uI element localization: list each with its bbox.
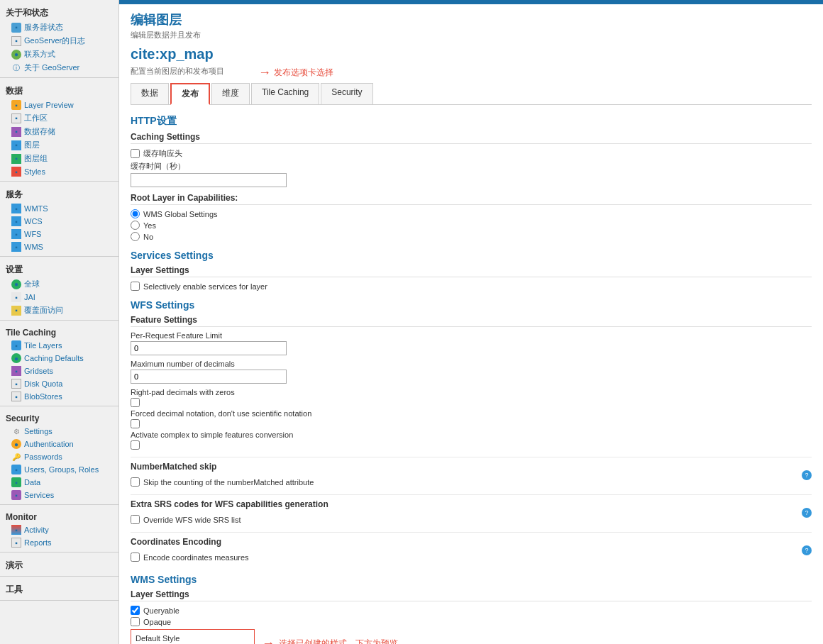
number-matched-checkbox[interactable] (131, 477, 140, 487)
layer-settings-title-services: Layer Settings (131, 265, 812, 277)
divider-4 (0, 320, 118, 321)
opaque-checkbox[interactable] (131, 617, 140, 626)
sidebar-item-coverage[interactable]: ▪ 覆盖面访问 (0, 304, 118, 317)
sidebar-label-layers: 图层 (24, 140, 40, 150)
sidebar-item-globe[interactable]: ● 全球 (0, 277, 118, 291)
root-layer-wms-global-radio[interactable] (131, 209, 140, 218)
forced-decimal-checkbox[interactable] (131, 419, 140, 428)
number-matched-help-icon[interactable]: ? (802, 470, 812, 480)
root-layer-no-radio[interactable] (131, 232, 140, 241)
sidebar-item-wcs[interactable]: ▪ WCS (0, 215, 118, 228)
sidebar-item-contact[interactable]: ● 联系方式 (0, 48, 118, 61)
sidebar-item-blobstores[interactable]: ▪ BlobStores (0, 390, 118, 403)
sidebar-item-layergroups[interactable]: ▪ 图层组 (0, 152, 118, 165)
extra-srs-checkbox[interactable] (131, 515, 140, 524)
sidebar-label-globe: 全球 (24, 279, 40, 289)
tab-dimensions[interactable]: 维度 (211, 83, 250, 104)
sidebar-label-wms: WMS (24, 243, 43, 251)
sidebar-item-jai[interactable]: ▪ JAI (0, 291, 118, 304)
tab-tile-caching[interactable]: Tile Caching (251, 83, 319, 104)
users-groups-roles-icon: ▪ (11, 465, 21, 474)
max-decimals-input[interactable] (131, 370, 287, 384)
sidebar-item-wfs[interactable]: ▪ WFS (0, 228, 118, 240)
sidebar-label-server-status: 服务器状态 (24, 22, 63, 33)
sidebar-label-users-groups-roles: Users, Groups, Roles (24, 465, 99, 474)
extra-srs-row: Override WFS wide SRS list (131, 515, 328, 524)
complex-checkbox[interactable] (131, 440, 140, 450)
coordinates-encoding-checkbox[interactable] (131, 553, 140, 562)
max-decimals-label: Maximum number of decimals (131, 360, 812, 368)
sidebar-label-security-settings: Settings (24, 427, 53, 435)
sidebar-label-caching-defaults: Caching Defaults (24, 354, 84, 362)
sidebar: 关于和状态 ▪ 服务器状态 ▪ GeoServer的日志 ● 联系方式 ⓘ 关于… (0, 0, 119, 644)
caching-defaults-icon: ● (11, 353, 21, 363)
sidebar-item-layer-preview[interactable]: ▪ Layer Preview (0, 99, 118, 111)
sidebar-item-tile-layers[interactable]: ▪ Tile Layers (0, 339, 118, 352)
sidebar-label-disk-quota: Disk Quota (24, 379, 62, 388)
sidebar-item-reports[interactable]: ▪ Reports (0, 536, 118, 549)
layer-desc: 配置当前图层的和发布项目 (131, 66, 224, 77)
selectively-enable-row: Selectively enable services for layer (131, 282, 812, 291)
sidebar-item-users-groups-roles[interactable]: ▪ Users, Groups, Roles (0, 463, 118, 476)
sidebar-section-tools: 工具 (0, 579, 118, 597)
wfs-icon: ▪ (11, 229, 21, 239)
cache-headers-checkbox[interactable] (131, 149, 140, 158)
coordinates-encoding-title: Coordinates Encoding (131, 537, 249, 548)
divider-9 (0, 600, 118, 601)
tab-security[interactable]: Security (321, 83, 372, 104)
root-layer-yes-radio[interactable] (131, 221, 140, 230)
sidebar-item-log[interactable]: ▪ GeoServer的日志 (0, 34, 118, 48)
tab-data[interactable]: 数据 (131, 83, 169, 104)
sidebar-item-authentication[interactable]: ● Authentication (0, 438, 118, 450)
sidebar-item-security-settings[interactable]: ⚙ Settings (0, 425, 118, 438)
sidebar-item-wmts[interactable]: ▪ WMTS (0, 202, 118, 215)
sidebar-label-reports: Reports (24, 538, 52, 547)
annotation-style-label: 选择已创建的样式，下方为预览 (279, 638, 398, 644)
forced-decimal-row (131, 419, 812, 428)
default-style-box: Default Style green Additional Styles (131, 629, 255, 644)
layergroups-icon: ▪ (11, 154, 21, 164)
sidebar-item-wms[interactable]: ▪ WMS (0, 240, 118, 253)
complex-label: Activate complex to simple features conv… (131, 431, 812, 439)
sidebar-item-activity[interactable]: ▪ Activity (0, 523, 118, 536)
contact-icon: ● (11, 50, 21, 60)
extra-srs-label: Override WFS wide SRS list (143, 516, 241, 524)
annotation-arrow: → (258, 65, 271, 80)
sidebar-item-workspace[interactable]: ▪ 工作区 (0, 111, 118, 125)
right-pad-checkbox[interactable] (131, 398, 140, 407)
sidebar-label-wfs: WFS (24, 230, 41, 238)
per-request-input[interactable] (131, 341, 287, 355)
root-layer-yes-row: Yes (131, 221, 812, 230)
cache-time-input[interactable] (131, 173, 287, 187)
selectively-enable-checkbox[interactable] (131, 282, 140, 291)
selectively-enable-label: Selectively enable services for layer (143, 282, 267, 291)
root-layer-yes-label: Yes (143, 221, 156, 230)
layer-settings-title-wms: Layer Settings (131, 589, 812, 601)
store-icon: ▪ (11, 127, 21, 137)
sidebar-item-disk-quota[interactable]: ▪ Disk Quota (0, 377, 118, 390)
sidebar-item-caching-defaults[interactable]: ● Caching Defaults (0, 352, 118, 365)
sidebar-item-data-security[interactable]: ▪ Data (0, 476, 118, 489)
layer-name: cite:xp_map (131, 46, 812, 62)
sidebar-item-layers[interactable]: ▪ 图层 (0, 138, 118, 152)
wms-icon: ▪ (11, 242, 21, 252)
sidebar-section-settings: 设置 (0, 260, 118, 277)
about-icon: ⓘ (11, 63, 21, 73)
coordinates-encoding-help-icon[interactable]: ? (802, 545, 812, 555)
sidebar-item-about[interactable]: ⓘ 关于 GeoServer (0, 61, 118, 74)
sidebar-item-server-status[interactable]: ▪ 服务器状态 (0, 21, 118, 34)
sidebar-label-passwords: Passwords (24, 453, 62, 461)
extra-srs-help-icon[interactable]: ? (802, 508, 812, 518)
sidebar-item-store[interactable]: ▪ 数据存储 (0, 125, 118, 138)
root-layer-no-label: No (143, 233, 153, 241)
sidebar-item-styles[interactable]: ▪ Styles (0, 165, 118, 178)
sidebar-section-demo: 演示 (0, 555, 118, 573)
sidebar-item-passwords[interactable]: 🔑 Passwords (0, 450, 118, 463)
sidebar-label-workspace: 工作区 (24, 113, 48, 123)
sidebar-item-services-security[interactable]: ▪ Services (0, 489, 118, 501)
wms-settings-title: WMS Settings (131, 574, 812, 585)
queryable-checkbox[interactable] (131, 606, 140, 615)
sidebar-item-gridsets[interactable]: ▪ Gridsets (0, 365, 118, 377)
right-pad-row (131, 398, 812, 407)
tab-publish[interactable]: 发布 (170, 83, 210, 105)
